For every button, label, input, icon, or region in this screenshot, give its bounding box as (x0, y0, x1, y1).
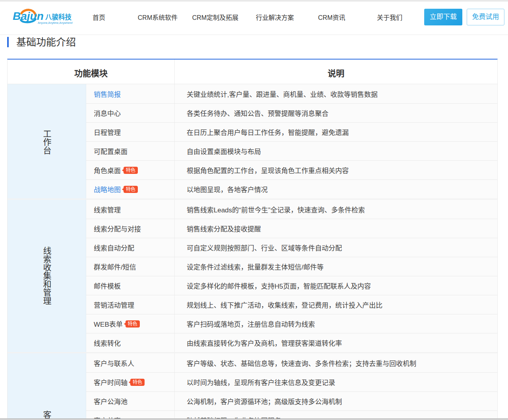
svg-text:八骏科技: 八骏科技 (45, 13, 72, 21)
svg-text:Bajun: Bajun (13, 10, 44, 22)
svg-text:Anyone,Anytime,Anywhere!: Anyone,Anytime,Anywhere! (38, 21, 73, 25)
